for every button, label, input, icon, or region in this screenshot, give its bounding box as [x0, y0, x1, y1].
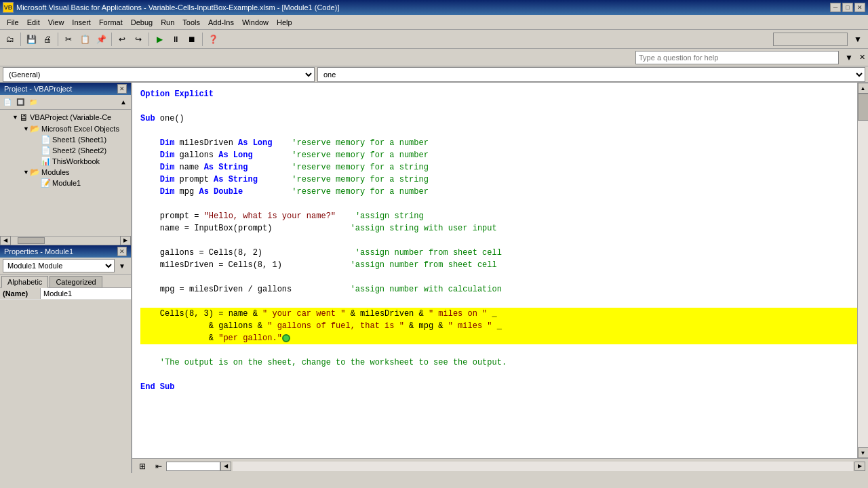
toolbar-separator-4 — [149, 33, 149, 46]
dropdown-row: (General) one — [0, 66, 868, 83]
status-view-btn[interactable]: ⊞ — [135, 459, 150, 474]
code-line-7: Dim name As String 'reserve memory for a… — [140, 161, 860, 174]
line-col-display: Ln 21, Col 32 — [773, 33, 848, 46]
tree-item-module1[interactable]: 📝 Module1 — [1, 178, 130, 188]
project-scroll-up-btn[interactable]: ▲ — [117, 96, 130, 108]
toolbar-separator-3 — [111, 33, 112, 46]
menu-tools[interactable]: Tools — [178, 17, 204, 28]
menu-addins[interactable]: Add-Ins — [204, 17, 238, 28]
window-controls: ─ □ ✕ — [830, 3, 865, 12]
toolbar-arrow-btn[interactable]: ▼ — [850, 32, 865, 47]
menu-debug[interactable]: Debug — [127, 17, 157, 28]
project-view-object-btn[interactable]: 🔲 — [14, 96, 26, 108]
code-line-17: mpg = milesDriven / gallons 'assign numb… — [140, 283, 860, 296]
menu-edit[interactable]: Edit — [23, 17, 44, 28]
properties-title-bar: Properties - Module1 ✕ — [0, 245, 131, 258]
code-line-12: name = InputBox(prompt) 'assign string w… — [140, 222, 860, 235]
h-scroll-left-btn[interactable]: ◀ — [220, 462, 231, 471]
tree-item-sheet2[interactable]: 📄 Sheet2 (Sheet2) — [1, 145, 130, 156]
code-line-13 — [140, 235, 860, 247]
code-line-5: Dim milesDriven As Long 'reserve memory … — [140, 137, 860, 149]
tree-label-thisworkbook: ThisWorkbook — [52, 157, 100, 165]
toolbar-print-btn[interactable]: 🖨 — [40, 32, 55, 47]
project-title-bar: Project - VBAProject ✕ — [0, 83, 131, 95]
vertical-scrollbar: ▲ ▼ — [857, 83, 868, 458]
toolbar-redo-btn[interactable]: ↪ — [131, 32, 146, 47]
code-line-14: gallons = Cells(8, 2) 'assign number fro… — [140, 247, 860, 259]
left-panel: Project - VBAProject ✕ 📄 🔲 📁 ▲ ▼ 🖥 VBAPr… — [0, 83, 132, 473]
code-line-3: Sub one() — [140, 113, 860, 125]
toolbar-cut-btn[interactable]: ✂ — [61, 32, 76, 47]
properties-panel: Properties - Module1 ✕ Module1 Module ▼ … — [0, 245, 131, 473]
code-content: Option Explicit Sub one() Dim milesDrive… — [140, 88, 860, 393]
status-indent-btn[interactable]: ⇤ — [151, 459, 166, 474]
menu-insert[interactable]: Insert — [68, 17, 95, 28]
code-line-6: Dim gallons As Long 'reserve memory for … — [140, 149, 860, 161]
toolbar-view-btn[interactable]: 🗂 — [3, 32, 18, 47]
project-toolbar: 📄 🔲 📁 ▲ — [0, 95, 131, 110]
h-scroll-right-btn[interactable]: ▶ — [854, 462, 865, 471]
general-dropdown[interactable]: (General) — [3, 67, 315, 82]
procedure-dropdown[interactable]: one — [317, 67, 865, 82]
window-title: Microsoft Visual Basic for Applications … — [16, 3, 830, 12]
code-line-16 — [140, 271, 860, 283]
project-scrollbar: ◀ ▶ — [0, 236, 131, 244]
code-line-22 — [140, 344, 860, 357]
tree-item-vbaproject[interactable]: ▼ 🖥 VBAProject (Variable-Ce — [1, 111, 130, 123]
tab-categorized[interactable]: Categorized — [50, 276, 102, 287]
module-dropdown[interactable]: Module1 Module — [3, 259, 115, 272]
tab-alphabetic[interactable]: Alphabetic — [1, 276, 48, 288]
toolbar-run-btn[interactable]: ▶ — [152, 32, 167, 47]
toolbar-save-btn[interactable]: 💾 — [24, 32, 39, 47]
help-input[interactable] — [635, 51, 839, 64]
code-line-24 — [140, 369, 860, 381]
toolbar-help-btn[interactable]: ❓ — [205, 32, 220, 47]
tree-label-sheet1: Sheet1 (Sheet1) — [52, 136, 106, 144]
code-line-11: prompt = "Hello, what is your name?" 'as… — [140, 210, 860, 222]
scroll-down-button[interactable]: ▼ — [858, 447, 869, 458]
project-toggle-folders-btn[interactable]: 📁 — [27, 96, 39, 108]
tree-icon-sheet1: 📄 — [41, 135, 51, 144]
module-dropdown-arrow[interactable]: ▼ — [116, 260, 128, 272]
help-close-btn[interactable]: ✕ — [859, 53, 865, 62]
menu-window[interactable]: Window — [238, 17, 273, 28]
project-scroll-thumb[interactable] — [18, 237, 45, 244]
toolbar-copy-btn[interactable]: 📋 — [77, 32, 92, 47]
tree-item-sheet1[interactable]: 📄 Sheet1 (Sheet1) — [1, 134, 130, 145]
tree-icon-modules: 📂 — [30, 167, 40, 177]
properties-close-button[interactable]: ✕ — [117, 247, 127, 256]
menu-help[interactable]: Help — [273, 17, 296, 28]
minimize-button[interactable]: ─ — [830, 3, 841, 12]
toolbar-paste-btn[interactable]: 📌 — [94, 32, 108, 47]
menu-format[interactable]: Format — [95, 17, 127, 28]
tree-icon-vbaproject: 🖥 — [19, 112, 28, 123]
code-editor[interactable]: Option Explicit Sub one() Dim milesDrive… — [132, 83, 868, 473]
tree-icon-module1: 📝 — [41, 178, 51, 188]
scroll-up-button[interactable]: ▲ — [858, 83, 869, 94]
menu-file[interactable]: File — [3, 17, 23, 28]
project-view-code-btn[interactable]: 📄 — [1, 96, 14, 108]
project-scroll-left-btn[interactable]: ◀ — [0, 236, 11, 245]
scroll-thumb[interactable] — [858, 94, 869, 121]
code-line-21: & "per gallon." — [140, 332, 860, 344]
close-button[interactable]: ✕ — [854, 3, 865, 12]
project-scroll-right-btn[interactable]: ▶ — [120, 236, 131, 245]
bottom-input[interactable] — [166, 462, 220, 471]
h-scroll-track — [233, 462, 853, 471]
toolbar-undo-btn[interactable]: ↩ — [115, 32, 130, 47]
toolbar-break-btn[interactable]: ⏸ — [168, 32, 183, 47]
maximize-button[interactable]: □ — [842, 3, 853, 12]
tree-item-excel-objects[interactable]: ▼ 📂 Microsoft Excel Objects — [1, 123, 130, 134]
property-val-name[interactable]: Module1 — [41, 288, 131, 299]
tree-label-sheet2: Sheet2 (Sheet2) — [52, 146, 106, 155]
code-line-1: Option Explicit — [140, 88, 860, 100]
project-close-button[interactable]: ✕ — [117, 84, 127, 94]
property-key-name: (Name) — [0, 288, 41, 299]
tree-item-modules[interactable]: ▼ 📂 Modules — [1, 167, 130, 178]
toolbar-stop-btn[interactable]: ⏹ — [184, 32, 199, 47]
toolbar-status: Ln 21, Col 32 ▼ — [773, 32, 865, 47]
menu-view[interactable]: View — [44, 17, 68, 28]
menu-run[interactable]: Run — [157, 17, 178, 28]
tree-item-thisworkbook[interactable]: 📊 ThisWorkbook — [1, 156, 130, 167]
help-dropdown-btn[interactable]: ▼ — [842, 50, 856, 65]
